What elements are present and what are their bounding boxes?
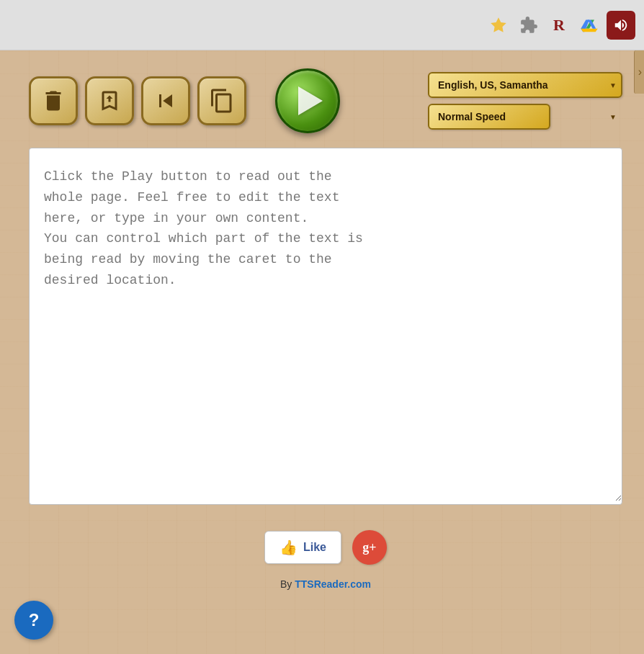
- dropdowns-container: English, US, Samantha English, UK, Danie…: [428, 72, 622, 130]
- text-area-container: Click the Play button to read out the wh…: [29, 148, 622, 505]
- gplus-label: g+: [362, 540, 376, 555]
- ttsreader-link[interactable]: TTSReader.com: [295, 578, 371, 590]
- help-button[interactable]: ?: [14, 601, 53, 640]
- footer-attribution: By TTSReader.com: [280, 578, 371, 590]
- play-button[interactable]: [275, 68, 340, 133]
- google-drive-icon[interactable]: [576, 12, 602, 38]
- puzzle-icon[interactable]: [516, 12, 542, 38]
- help-label: ?: [29, 610, 40, 630]
- bookmark-star-icon[interactable]: [486, 12, 511, 38]
- bookmark-button[interactable]: [85, 76, 134, 125]
- delete-button[interactable]: [29, 76, 78, 125]
- thumbs-up-icon: 👍: [279, 539, 298, 556]
- google-plus-button[interactable]: g+: [352, 530, 387, 565]
- toolbar: English, US, Samantha English, UK, Danie…: [29, 68, 622, 133]
- r-icon[interactable]: R: [546, 12, 572, 38]
- like-button[interactable]: 👍 Like: [264, 531, 341, 564]
- main-content: English, US, Samantha English, UK, Danie…: [0, 50, 644, 586]
- rewind-button[interactable]: [141, 76, 190, 125]
- voice-select[interactable]: English, US, Samantha English, UK, Danie…: [428, 72, 622, 98]
- browser-toolbar: R: [0, 0, 644, 50]
- bottom-row: 👍 Like g+ By TTSReader.com: [29, 523, 622, 572]
- voice-select-wrapper[interactable]: English, US, Samantha English, UK, Danie…: [428, 72, 622, 98]
- like-label: Like: [303, 541, 326, 554]
- speed-select-wrapper[interactable]: Normal Speed Slow Speed Fast Speed: [428, 104, 622, 130]
- speed-select[interactable]: Normal Speed Slow Speed Fast Speed: [428, 104, 550, 130]
- by-prefix: By: [280, 578, 295, 590]
- speaker-icon[interactable]: [607, 11, 635, 40]
- text-area[interactable]: Click the Play button to read out the wh…: [30, 148, 622, 501]
- copy-button[interactable]: [197, 76, 246, 125]
